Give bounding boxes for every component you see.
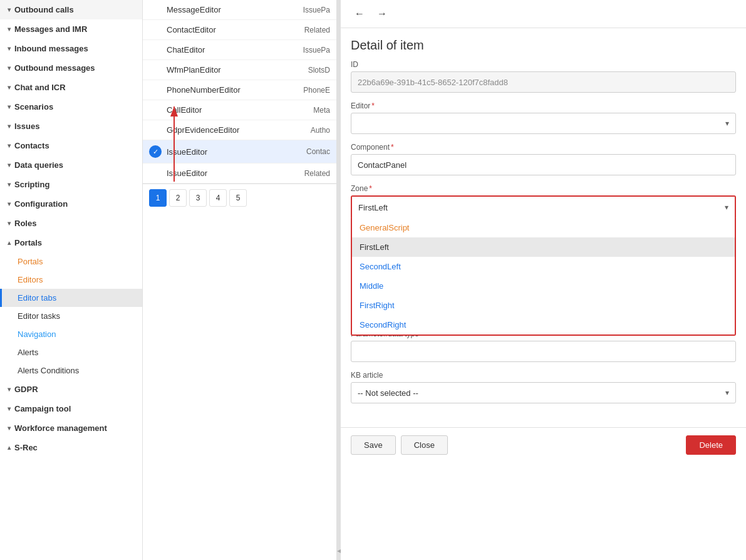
sidebar-item-outbound-calls[interactable]: ▾ Outbound calls xyxy=(0,0,142,19)
sidebar-subitem-portals[interactable]: Portals xyxy=(0,252,142,271)
save-button[interactable]: Save xyxy=(351,435,396,455)
kb-value: -- Not selected -- xyxy=(358,388,418,398)
field-input-id[interactable] xyxy=(351,71,736,93)
sidebar-subitem-alerts[interactable]: Alerts xyxy=(0,343,142,361)
sidebar-label: Issues xyxy=(14,122,39,131)
sidebar-label: Inbound messages xyxy=(14,44,88,53)
zone-option-first-left[interactable]: FirstLeft xyxy=(352,237,735,257)
page-btn-4[interactable]: 4 xyxy=(209,189,227,207)
kb-select[interactable]: -- Not selected -- ▾ xyxy=(351,382,736,403)
chevron-icon: ▾ xyxy=(8,6,11,13)
sidebar-item-chat-icr[interactable]: ▾ Chat and ICR xyxy=(0,78,142,97)
sidebar-item-campaign-tool[interactable]: ▾ Campaign tool xyxy=(0,399,142,418)
table-row[interactable]: MessageEditor IssuePa xyxy=(143,0,336,20)
zone-select-header[interactable]: FirstLeft ▾ xyxy=(352,197,735,218)
sidebar-label: Roles xyxy=(14,219,36,228)
sidebar-item-data-queries[interactable]: ▾ Data queries xyxy=(0,155,142,175)
row-type: Related xyxy=(304,169,330,178)
sidebar-item-workforce[interactable]: ▾ Workforce management xyxy=(0,418,142,438)
table-row[interactable]: ContactEditor Related xyxy=(143,20,336,40)
sidebar-subitem-editor-tasks[interactable]: Editor tasks xyxy=(0,307,142,325)
page-btn-5[interactable]: 5 xyxy=(229,189,247,207)
sidebar-item-roles[interactable]: ▾ Roles xyxy=(0,214,142,233)
chevron-icon: ▾ xyxy=(8,65,11,71)
row-type: SlotsD xyxy=(308,66,330,75)
sidebar-label: Messages and IMR xyxy=(14,24,87,34)
detail-content: ID Editor * ▾ C xyxy=(341,60,746,422)
page-btn-1[interactable]: 1 xyxy=(149,189,167,207)
sidebar-item-scripting[interactable]: ▾ Scripting xyxy=(0,175,142,194)
sidebar-subitem-label: Editor tasks xyxy=(18,311,60,321)
sidebar-subitem-label: Alerts Conditions xyxy=(18,366,79,375)
table-row[interactable]: IssueEditor Related xyxy=(143,163,336,184)
sidebar-item-gdpr[interactable]: ▾ GDPR xyxy=(0,380,142,399)
sidebar-item-contacts[interactable]: ▾ Contacts xyxy=(0,136,142,155)
sidebar-item-s-rec[interactable]: ▴ S-Rec xyxy=(0,438,142,457)
table-row[interactable]: PhoneNumberEditor PhoneE xyxy=(143,80,336,100)
sidebar-subitem-label: Editors xyxy=(18,275,43,284)
editor-select[interactable]: ▾ xyxy=(351,113,736,134)
close-button[interactable]: Close xyxy=(401,435,448,455)
chevron-icon: ▾ xyxy=(8,405,11,412)
sidebar-subitem-editors[interactable]: Editors xyxy=(0,271,142,289)
sidebar-item-issues[interactable]: ▾ Issues xyxy=(0,117,142,136)
row-name: PhoneNumberEditor xyxy=(167,85,303,95)
sidebar-label: Chat and ICR xyxy=(14,83,66,92)
table-row[interactable]: WfmPlanEditor SlotsD xyxy=(143,60,336,80)
sidebar-item-inbound-messages[interactable]: ▾ Inbound messages xyxy=(0,39,142,58)
row-name: ChatEditor xyxy=(167,45,303,54)
zone-option-second-right[interactable]: SecondRight xyxy=(352,315,735,334)
zone-option-first-right[interactable]: FirstRight xyxy=(352,296,735,315)
row-name: IssueEditor xyxy=(167,169,304,178)
field-label-editor: Editor * xyxy=(351,101,736,110)
delete-button[interactable]: Delete xyxy=(686,435,736,455)
page-btn-3[interactable]: 3 xyxy=(189,189,207,207)
table-row-selected[interactable]: ✓ IssueEditor Contac xyxy=(143,140,336,163)
field-group-component: Component * xyxy=(351,143,736,175)
chevron-icon: ▴ xyxy=(8,239,11,246)
zone-selected-value: FirstLeft xyxy=(358,203,388,212)
sidebar-label: Scripting xyxy=(14,180,49,189)
chevron-icon: ▾ xyxy=(8,142,11,149)
nav-back-button[interactable]: ← xyxy=(351,5,368,23)
sidebar-item-portals[interactable]: ▴ Portals xyxy=(0,233,142,252)
detail-header: ← → xyxy=(341,0,746,28)
table-row[interactable]: GdprEvidenceEditor Autho xyxy=(143,120,336,140)
sidebar-subitem-editor-tabs[interactable]: Editor tabs xyxy=(0,289,142,307)
sidebar-subitem-alerts-conditions[interactable]: Alerts Conditions xyxy=(0,361,142,380)
sidebar-item-configuration[interactable]: ▾ Configuration xyxy=(0,194,142,214)
table-row[interactable]: CallEditor Meta xyxy=(143,100,336,120)
chevron-icon: ▾ xyxy=(8,425,11,432)
chevron-icon: ▾ xyxy=(8,386,11,393)
field-label-kb: KB article xyxy=(351,371,736,380)
sidebar-label: Campaign tool xyxy=(14,404,71,413)
sidebar-item-messages-imr[interactable]: ▾ Messages and IMR xyxy=(0,19,142,39)
sidebar-item-scenarios[interactable]: ▾ Scenarios xyxy=(0,97,142,117)
chevron-icon: ▾ xyxy=(8,45,11,52)
row-type: IssuePa xyxy=(303,6,330,14)
zone-option-general-script[interactable]: GeneralScript xyxy=(352,218,735,237)
table-row[interactable]: ChatEditor IssuePa xyxy=(143,40,336,60)
chevron-icon: ▴ xyxy=(8,444,11,451)
page-btn-2[interactable]: 2 xyxy=(169,189,187,207)
row-name: WfmPlanEditor xyxy=(167,65,308,75)
sidebar-item-outbound-messages[interactable]: ▾ Outbound messages xyxy=(0,58,142,78)
pagination: 1 2 3 4 5 xyxy=(143,184,336,212)
row-type: Autho xyxy=(311,126,330,135)
sidebar-subitem-navigation[interactable]: Navigation xyxy=(0,325,142,343)
field-input-param[interactable] xyxy=(351,341,736,362)
chevron-icon: ▾ xyxy=(8,103,11,110)
zone-option-middle[interactable]: Middle xyxy=(352,276,735,296)
nav-forward-button[interactable]: → xyxy=(373,5,391,23)
chevron-icon: ▾ xyxy=(8,26,11,33)
row-name: ContactEditor xyxy=(167,25,304,34)
check-icon: ✓ xyxy=(149,145,162,158)
sidebar-label: Scenarios xyxy=(14,102,53,111)
field-group-id: ID xyxy=(351,60,736,93)
zone-option-second-left[interactable]: SecondLeft xyxy=(352,257,735,276)
sidebar-label: Outbound messages xyxy=(14,63,95,73)
chevron-down-icon: ▾ xyxy=(725,119,729,128)
field-input-component[interactable] xyxy=(351,154,736,175)
required-marker: * xyxy=(371,101,375,110)
field-label-zone: Zone * xyxy=(351,184,736,193)
